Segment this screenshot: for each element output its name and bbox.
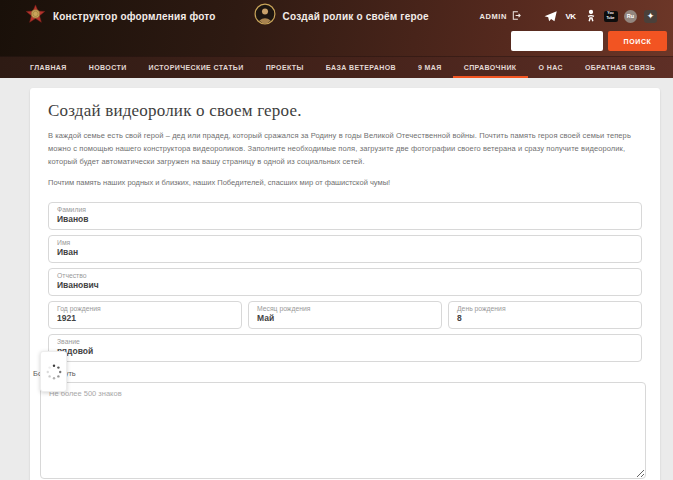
birth-year-label: Год рождения: [57, 305, 233, 313]
header-right-cluster: ADMIN VK: [479, 7, 658, 25]
intro-paragraph: В каждой семье есть свой герой – дед или…: [48, 130, 642, 169]
surname-field[interactable]: Фамилия Иванов: [48, 202, 642, 230]
brand-hero-video-label: Создай ролик о своём герое: [283, 11, 429, 22]
logout-icon[interactable]: [511, 7, 522, 25]
brand-photo-constructor-label: Конструктор оформления фото: [53, 11, 216, 22]
hero-form: Фамилия Иванов Имя Иван Отчество Иванови…: [48, 202, 642, 479]
page-title: Создай видеоролик о своем герое.: [48, 101, 642, 121]
brand-photo-constructor[interactable]: Конструктор оформления фото: [25, 4, 216, 29]
rutube-icon[interactable]: Ru: [623, 9, 638, 24]
brand-hero-video[interactable]: Создай ролик о своём герое: [254, 3, 429, 29]
veteran-portrait-icon: [254, 3, 276, 29]
birth-month-field[interactable]: Месяц рождения Май: [248, 301, 442, 329]
nav-item-o-nas[interactable]: О НАС: [528, 57, 574, 78]
intro-paragraph-2: Почтим память наших родных и близких, на…: [48, 177, 642, 189]
birth-year-field[interactable]: Год рождения 1921: [48, 301, 242, 329]
rank-field[interactable]: Звание рядовой: [48, 334, 642, 362]
content-card: Создай видеоролик о своем герое. В каждо…: [30, 88, 660, 480]
birth-day-label: День рождения: [457, 305, 633, 313]
vk-icon[interactable]: VK: [563, 9, 578, 24]
firstname-field[interactable]: Имя Иван: [48, 235, 642, 263]
nav-item-proekty[interactable]: ПРОЕКТЫ: [255, 57, 315, 78]
nav-item-baza-veteranov[interactable]: БАЗА ВЕТЕРАНОВ: [315, 57, 407, 78]
telegram-icon[interactable]: [543, 9, 558, 24]
site-header: Конструктор оформления фото Создай ролик…: [0, 0, 673, 56]
nav-item-spravochnik[interactable]: СПРАВОЧНИК: [453, 57, 528, 78]
red-star-medal-icon: [25, 4, 46, 29]
battle-path-textarea[interactable]: [40, 382, 646, 479]
battle-path-label: Боевой путь: [33, 369, 642, 378]
birthdate-row: Год рождения 1921 Месяц рождения Май Ден…: [48, 301, 642, 334]
nav-item-istoricheskie-stati[interactable]: ИСТОРИЧЕСКИЕ СТАТЬИ: [138, 57, 255, 78]
search-bar: ПОИСК: [511, 31, 667, 51]
surname-value: Иванов: [57, 214, 633, 225]
rank-value: рядовой: [57, 346, 633, 357]
patronymic-field[interactable]: Отчество Иванович: [48, 268, 642, 296]
nav-item-glavnaya[interactable]: ГЛАВНАЯ: [19, 57, 78, 78]
admin-label: ADMIN: [479, 12, 507, 21]
firstname-label: Имя: [57, 239, 633, 247]
nav-item-obratnaya-svyaz[interactable]: ОБРАТНАЯ СВЯЗЬ: [574, 57, 667, 78]
odnoklassniki-icon[interactable]: [583, 9, 598, 24]
header-top-row: Конструктор оформления фото Создай ролик…: [0, 0, 673, 30]
firstname-value: Иван: [57, 247, 633, 258]
youtube-icon[interactable]: You Tube: [603, 9, 618, 24]
search-button[interactable]: ПОИСК: [608, 31, 667, 51]
birth-year-value: 1921: [57, 313, 233, 324]
main-navigation: ГЛАВНАЯ НОВОСТИ ИСТОРИЧЕСКИЕ СТАТЬИ ПРОЕ…: [0, 56, 673, 78]
rank-label: Звание: [57, 338, 633, 346]
birth-day-field[interactable]: День рождения 8: [448, 301, 642, 329]
nav-item-novosti[interactable]: НОВОСТИ: [78, 57, 138, 78]
admin-account[interactable]: ADMIN: [479, 7, 522, 25]
search-input[interactable]: [511, 31, 603, 51]
patronymic-value: Иванович: [57, 280, 633, 291]
patronymic-label: Отчество: [57, 272, 633, 280]
birth-month-label: Месяц рождения: [257, 305, 433, 313]
zen-sparkle-icon[interactable]: ✦: [643, 9, 658, 24]
birth-month-value: Май: [257, 313, 433, 324]
surname-label: Фамилия: [57, 206, 633, 214]
nav-item-9-maya[interactable]: 9 МАЯ: [407, 57, 453, 78]
loading-spinner: [40, 351, 67, 392]
birth-day-value: 8: [457, 313, 633, 324]
